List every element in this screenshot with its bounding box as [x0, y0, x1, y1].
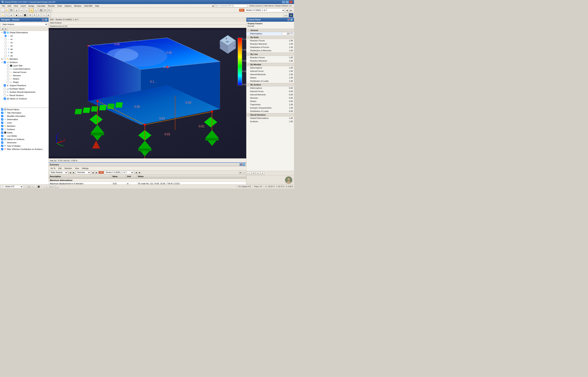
- open-button[interactable]: 📂: [5, 8, 9, 12]
- tree-values-on-surfaces[interactable]: 🔢 Values on Surfaces: [0, 97, 48, 100]
- tb2-11[interactable]: ⊞: [46, 13, 50, 17]
- tree-u-abs[interactable]: ↕ |u|: [0, 34, 48, 37]
- cp-section-by-node-header[interactable]: − By Node: [247, 36, 294, 39]
- check2-surfaces2[interactable]: [1, 128, 3, 130]
- cp-pin-button[interactable]: 📌: [287, 18, 290, 21]
- summary-edit[interactable]: Edit: [57, 167, 63, 170]
- tree2-members2[interactable]: 📏 Members: [0, 124, 48, 128]
- radio-u-abs[interactable]: [4, 35, 7, 37]
- check2-values-on-surfaces2[interactable]: [1, 138, 3, 140]
- view-xy[interactable]: XY: [47, 8, 51, 12]
- check-local-deformations[interactable]: [7, 68, 9, 70]
- summary-export-btn[interactable]: ↗: [243, 171, 246, 174]
- check-result-sections[interactable]: [4, 94, 6, 96]
- check2-solids[interactable]: [1, 131, 3, 134]
- radio-uy[interactable]: [4, 41, 7, 44]
- nav-close-button[interactable]: ✕: [45, 18, 47, 21]
- tb2-10[interactable]: ≡: [42, 13, 46, 17]
- viewport-3d[interactable]: 0.04 0.06 0.14 0.1... 0.00 0.01 0.05 0.0…: [49, 28, 246, 158]
- summary-view-combo[interactable]: Overview: [76, 171, 91, 174]
- cp-section-by-surface-header[interactable]: − By Surface: [247, 83, 294, 86]
- check2-result-values[interactable]: [1, 108, 3, 111]
- check-surface-results-adj[interactable]: [4, 91, 6, 93]
- status-btn-1[interactable]: ⬜: [25, 185, 28, 188]
- toggle-global-deformations[interactable]: ▼: [1, 31, 3, 34]
- check2-lines[interactable]: [1, 122, 3, 124]
- check-strains[interactable]: [7, 78, 9, 80]
- cp-list-button[interactable]: ≡: [256, 172, 260, 175]
- tree-stresses[interactable]: ≡ Stresses: [0, 74, 48, 77]
- menu-tools[interactable]: Tools: [56, 5, 63, 7]
- menu-insert[interactable]: Insert: [20, 5, 27, 7]
- view-xz[interactable]: XZ: [43, 8, 47, 12]
- tree2-title-info[interactable]: T Title Information: [0, 111, 48, 115]
- tb2-7[interactable]: M: [28, 13, 32, 17]
- tree-global-deformations[interactable]: ▼ 🌐 Global Deformations: [0, 31, 48, 34]
- summary-next-btn[interactable]: ▶: [72, 171, 75, 174]
- tree-strains[interactable]: ≡ Strains: [0, 77, 48, 81]
- tree2-line-welds[interactable]: ≈ Line Welds: [0, 134, 48, 138]
- check-shape[interactable]: [7, 81, 9, 83]
- menu-options[interactable]: Options: [63, 5, 72, 7]
- check2-ribs-eff[interactable]: [1, 148, 3, 150]
- tree-surface-results-adj[interactable]: 🔧 Surface Results Adjustments: [0, 90, 48, 94]
- summary-analysis-combo[interactable]: Static Analysis: [49, 171, 68, 174]
- status-snap-2[interactable]: +: [46, 185, 49, 188]
- tree2-values-on-surfaces2[interactable]: 🔢 Values on Surfaces: [0, 138, 48, 141]
- summary-view[interactable]: View: [74, 167, 80, 170]
- cp-section-by-line-header[interactable]: − By Line: [247, 53, 294, 56]
- tree2-lines[interactable]: — Lines: [0, 121, 48, 124]
- tree-phi-y[interactable]: ↻ φy: [0, 51, 48, 54]
- cp-close-button[interactable]: ✕: [290, 18, 293, 21]
- tree-local-deformations[interactable]: ≋ Local Deformations: [0, 67, 48, 71]
- tree2-solids[interactable]: ⬛ Solids: [0, 131, 48, 134]
- tree-surfaces[interactable]: ▼ ⬜ Surfaces: [0, 61, 48, 64]
- save-button[interactable]: 💾: [9, 8, 13, 12]
- menu-help[interactable]: Help: [94, 5, 100, 7]
- cp-deformations-input[interactable]: [282, 32, 293, 35]
- tree-internal-forces[interactable]: ≡ Internal Forces: [0, 71, 48, 74]
- check-layer-side[interactable]: [7, 64, 9, 67]
- analysis-combo[interactable]: Static Analysis: [1, 23, 48, 26]
- nav-next[interactable]: ▶: [4, 27, 8, 31]
- summary-section-next[interactable]: ▶: [138, 171, 141, 174]
- check2-type-of-display[interactable]: [1, 145, 3, 147]
- check2-line-welds[interactable]: [1, 135, 3, 137]
- summary-pin-button[interactable]: 📌: [240, 163, 242, 166]
- radio-phi-z[interactable]: [4, 55, 7, 57]
- status-btn-2[interactable]: ⊞: [28, 185, 31, 188]
- status-btn-3[interactable]: ≡: [31, 185, 34, 188]
- summary-view-prev[interactable]: ◀: [91, 171, 94, 174]
- tb2-6[interactable]: ⬛: [23, 13, 27, 17]
- maximize-button[interactable]: □: [285, 0, 289, 3]
- toggle-surfaces[interactable]: ▼: [1, 61, 3, 64]
- select-button[interactable]: ↖: [29, 8, 34, 12]
- summary-fit-btn[interactable]: ⊞: [239, 171, 242, 174]
- check-global-deformations[interactable]: [4, 31, 6, 34]
- radio-ux[interactable]: [4, 38, 7, 40]
- status-btn-5[interactable]: ⬛: [37, 185, 40, 188]
- tree-phi-x[interactable]: ↻ φx: [0, 47, 48, 51]
- tree2-dimension[interactable]: ↔ Dimension: [0, 141, 48, 144]
- check2-dimension[interactable]: [1, 141, 3, 144]
- zoom-button[interactable]: 🔍: [34, 8, 38, 12]
- check-stresses[interactable]: [7, 74, 9, 77]
- status-snap-1[interactable]: ○: [43, 185, 46, 188]
- summary-prev-btn[interactable]: ◀: [69, 171, 71, 174]
- tb2-xyz[interactable]: XYZ: [283, 13, 289, 17]
- print-button[interactable]: 🖨: [14, 8, 19, 12]
- menu-window[interactable]: Window: [73, 5, 82, 7]
- status-snap-3[interactable]: ⊕: [49, 185, 52, 188]
- tree2-result-values[interactable]: 🔢 Result Values: [0, 108, 48, 111]
- summary-settings[interactable]: Settings: [81, 167, 90, 170]
- redo-button[interactable]: ↪: [24, 8, 28, 12]
- tree2-ribs-eff[interactable]: R Ribs: Effective Contribution on Surfac…: [0, 148, 48, 151]
- cp-apply-button[interactable]: ✓: [247, 172, 251, 175]
- tb2-4[interactable]: ◼: [14, 13, 19, 17]
- status-snap-5[interactable]: △: [56, 185, 59, 188]
- close-button[interactable]: ✕: [289, 0, 293, 3]
- check-members[interactable]: [4, 58, 6, 60]
- tree2-deformation[interactable]: ≋ Deformation: [0, 118, 48, 121]
- check-surfaces[interactable]: [4, 61, 6, 63]
- check2-title-info[interactable]: [1, 112, 3, 114]
